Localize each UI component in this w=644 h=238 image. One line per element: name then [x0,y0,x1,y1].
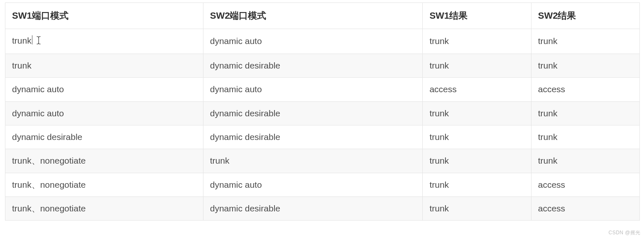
column-header: SW2端口模式 [203,3,423,29]
table-row: trunk dynamic desirable trunk trunk [5,54,640,78]
table-cell: dynamic desirable [203,54,423,78]
table-row: dynamic desirable dynamic desirable trun… [5,125,640,149]
table-cell: dynamic auto [203,173,423,196]
watermark-text: CSDN @摇光 [608,229,641,236]
column-header: SW1端口模式 [5,3,203,29]
table-cell: dynamic auto [5,101,203,125]
table-cell: trunk [423,54,531,78]
table-cell: trunk [531,125,639,149]
table-cell: trunk [531,149,639,173]
table-row: trunk、nonegotiate dynamic auto trunk acc… [5,173,640,196]
table-row: trunk、nonegotiate dynamic desirable trun… [5,197,640,221]
table-cell: dynamic auto [203,78,423,101]
table-cell: access [531,173,639,196]
table-cell: trunk [423,149,531,173]
table-cell: trunk [423,197,531,221]
table-cell: trunk [423,125,531,149]
table-cell: trunk、nonegotiate [5,173,203,196]
table-cell: trunk [423,29,531,54]
table-cell: trunk、nonegotiate [5,149,203,173]
table-cell: trunk [531,29,639,54]
text-cursor-icon [32,35,32,44]
table-cell: trunk [203,149,423,173]
column-header: SW2结果 [531,3,639,29]
table-header: SW1端口模式 SW2端口模式 SW1结果 SW2结果 [5,3,640,29]
table-cell: trunk [5,54,203,78]
table-cell: dynamic auto [5,78,203,101]
table-header-row: SW1端口模式 SW2端口模式 SW1结果 SW2结果 [5,3,640,29]
table-cell: trunk [531,54,639,78]
table-row: dynamic auto dynamic desirable trunk tru… [5,101,640,125]
table-row: trunk、nonegotiate trunk trunk trunk [5,149,640,173]
port-mode-table: SW1端口模式 SW2端口模式 SW1结果 SW2结果 trunk dynami… [5,2,640,221]
table-cell: trunk [531,101,639,125]
table-row: dynamic auto dynamic auto access access [5,78,640,101]
cell-text: trunk [12,36,32,45]
table-cell: trunk、nonegotiate [5,197,203,221]
table-cell: trunk [423,101,531,125]
table-cell: dynamic auto [203,29,423,54]
table-body: trunk dynamic auto trunk trunk trunk dyn… [5,29,640,221]
table-cell: dynamic desirable [203,125,423,149]
table-cell: dynamic desirable [203,197,423,221]
ibeam-cursor-icon [36,36,42,48]
table-cell: access [531,197,639,221]
table-container: SW1端口模式 SW2端口模式 SW1结果 SW2结果 trunk dynami… [0,0,644,221]
column-header: SW1结果 [423,3,531,29]
table-cell: access [531,78,639,101]
table-cell: dynamic desirable [5,125,203,149]
table-cell: access [423,78,531,101]
table-cell: trunk [5,29,203,54]
table-cell: trunk [423,173,531,196]
table-cell: dynamic desirable [203,101,423,125]
table-row: trunk dynamic auto trunk trunk [5,29,640,54]
